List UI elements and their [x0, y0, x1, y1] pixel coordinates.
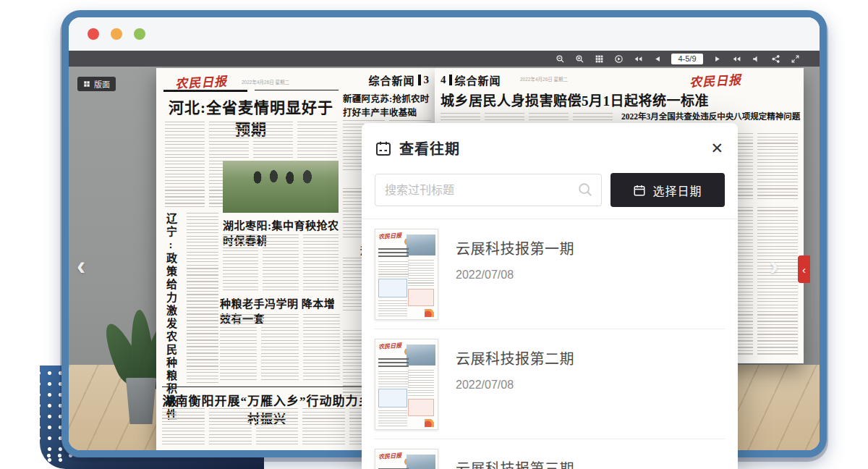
modal-title: 查看往期: [399, 138, 460, 159]
window-titlebar: [69, 17, 820, 51]
thumb-red-box: [408, 399, 434, 416]
thumb-headline-art: [378, 248, 409, 258]
prev-page-button[interactable]: [652, 53, 663, 64]
autoplay-icon: [614, 54, 624, 64]
thumb-lines: [408, 370, 434, 396]
thumb-lines: [378, 261, 409, 277]
page-indicator: 4-5/9: [671, 54, 703, 64]
page4-section-number: 4: [441, 74, 446, 86]
issue-date: 2022/07/08: [456, 379, 574, 392]
fake-text-block: [187, 213, 218, 384]
calendar-small-icon: [633, 184, 646, 197]
search-row: 选择日期: [362, 169, 738, 219]
page4-section-label: 综合新闻: [455, 72, 501, 88]
screenshot-stage: 4-5/9 版面 农民日报 2022年4月26日 星期二: [0, 0, 868, 469]
modal-header: 查看往期 ✕: [362, 123, 738, 169]
traffic-light-zoom[interactable]: [134, 28, 145, 40]
issue-item-1[interactable]: 农民日报 云展科技报第一期 2022/07/08: [375, 219, 725, 329]
select-date-button[interactable]: 选择日期: [610, 173, 725, 207]
page4-date-line: 2022年4月26日 星期二: [520, 75, 568, 83]
fullscreen-button[interactable]: [789, 53, 801, 64]
thumb-masthead-art: 农民日报: [378, 231, 402, 240]
thumb-lines: [378, 410, 407, 426]
thumb-flag-art: [425, 419, 435, 427]
issue-item-2[interactable]: 农民日报 云展科技报第二期 2022/07/08: [375, 329, 725, 439]
headline-xinjiang: 新疆阿克苏:抢抓农时打好丰产丰收基础: [343, 91, 431, 119]
issue-meta: 云展科技报第二期 2022/07/08: [456, 339, 574, 430]
issue-title: 云展科技报第二期: [456, 347, 574, 368]
headline-chengxiang: 城乡居民人身损害赔偿5月1日起将统一标准: [441, 90, 765, 109]
thumb-masthead-art: 农民日报: [378, 341, 402, 350]
thumb-blue-box: [378, 279, 407, 297]
side-tab-chevron-icon: ‹: [802, 263, 806, 276]
page4-section-header: 4 综合新闻: [441, 72, 501, 88]
search-box: [375, 174, 602, 206]
issue-meta: 云展科技报第一期 2022/07/08: [456, 229, 574, 320]
sound-icon: [752, 54, 761, 64]
zoom-out-icon: [556, 54, 565, 64]
last-page-button[interactable]: [731, 53, 742, 64]
share-icon: [771, 54, 780, 64]
prev-spread-chevron[interactable]: ‹: [77, 253, 85, 279]
fake-text-block: [220, 314, 340, 381]
issue-date: 2022/07/08: [456, 269, 574, 282]
thumb-headline-art: [378, 358, 409, 368]
page3-date-line: 2022年4月26日 星期二: [242, 78, 289, 85]
section-divider-bar: [449, 75, 452, 85]
fullscreen-icon: [791, 54, 800, 64]
masthead-page3: 农民日报: [174, 71, 227, 92]
calendar-icon: [375, 140, 392, 157]
fake-text-block: [162, 408, 392, 446]
issue-title: 云展科技报第一期: [456, 237, 574, 258]
masthead-page4: 农民日报: [689, 69, 741, 90]
autoplay-button[interactable]: [613, 53, 624, 64]
page3-section-number: 3: [424, 74, 430, 86]
thumb-red-box: [408, 289, 434, 306]
reader-toolbar: 4-5/9: [69, 51, 820, 67]
thumb-lines: [378, 371, 409, 387]
sound-button[interactable]: [750, 53, 762, 64]
issue-thumbnail: 农民日报: [375, 449, 438, 469]
issue-item-3[interactable]: 农民日报 云展科技报第三期: [375, 439, 725, 469]
search-input[interactable]: [375, 174, 602, 206]
thumb-lines: [408, 260, 434, 286]
decor-dots-left: [33, 368, 64, 463]
close-icon[interactable]: ✕: [710, 140, 723, 156]
prev-page-icon: [653, 54, 663, 64]
thumb-photo-art: [407, 234, 435, 255]
thumbnails-button[interactable]: [593, 53, 605, 64]
thumb-blue-box: [378, 389, 407, 407]
issue-title: 云展科技报第三期: [456, 457, 574, 469]
share-button[interactable]: [770, 53, 781, 64]
photo-tea-field: [223, 161, 339, 213]
layout-grid-icon: [83, 80, 90, 88]
first-page-icon: [634, 54, 643, 64]
thumb-photo-art: [407, 455, 435, 469]
zoom-out-button[interactable]: [554, 53, 566, 64]
thumb-lines: [378, 300, 407, 316]
thumb-masthead-art: 农民日报: [378, 451, 402, 460]
thumb-photo-art: [407, 345, 435, 366]
layout-button[interactable]: 版面: [77, 77, 116, 91]
search-icon: [577, 182, 593, 198]
thumb-flag-art: [425, 309, 435, 317]
zoom-in-icon: [575, 54, 584, 64]
last-page-icon: [732, 54, 741, 64]
first-page-button[interactable]: [632, 53, 644, 64]
layout-button-label: 版面: [94, 78, 110, 90]
select-date-label: 选择日期: [652, 182, 702, 199]
traffic-light-close[interactable]: [88, 28, 99, 40]
side-collapse-tab[interactable]: ‹: [798, 255, 810, 283]
issue-thumbnail: 农民日报: [375, 229, 438, 320]
issue-meta: 云展科技报第三期: [456, 449, 574, 469]
past-issues-modal: 查看往期 ✕ 选择日期 农民日报: [362, 123, 738, 469]
next-page-button[interactable]: [711, 53, 723, 64]
next-spread-chevron[interactable]: ›: [770, 253, 778, 279]
issue-thumbnail: 农民日报: [375, 339, 438, 430]
traffic-light-minimize[interactable]: [111, 28, 122, 40]
next-page-icon: [712, 54, 722, 64]
section-divider-bar: [418, 75, 421, 85]
fake-text-block: [223, 234, 339, 291]
zoom-in-button[interactable]: [574, 53, 585, 64]
issue-list: 农民日报 云展科技报第一期 2022/07/08: [362, 219, 738, 469]
